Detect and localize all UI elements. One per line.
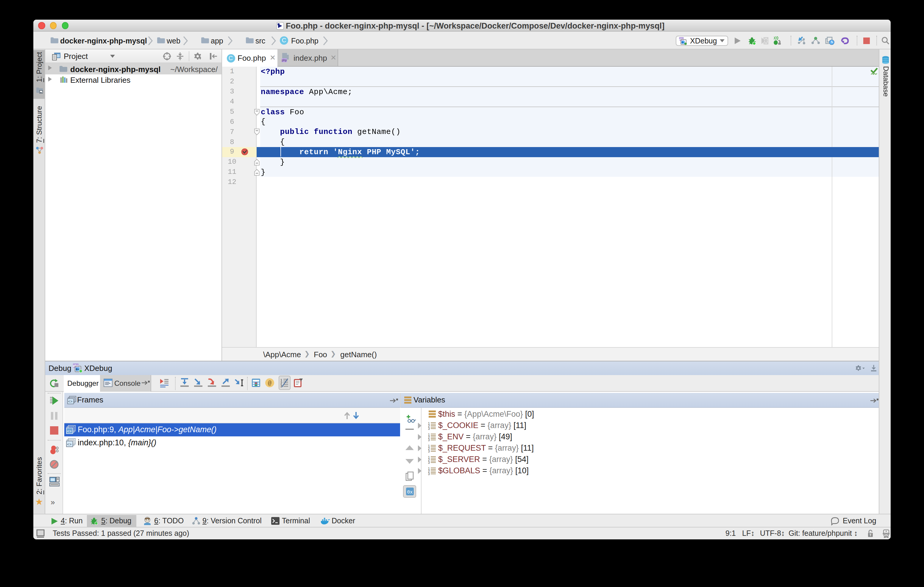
svg-text:php: php xyxy=(282,59,287,62)
svg-text:3: 3 xyxy=(428,450,429,452)
svg-text:3: 3 xyxy=(428,427,429,430)
svg-text:3: 3 xyxy=(428,439,429,441)
svg-text:<>: <> xyxy=(68,399,73,404)
svg-text:3: 3 xyxy=(428,461,429,464)
svg-text:<>: <> xyxy=(67,442,71,447)
svg-text:@: @ xyxy=(268,379,272,386)
svg-text:<>: <> xyxy=(67,429,71,434)
svg-text:T: T xyxy=(869,533,871,537)
svg-text:3: 3 xyxy=(280,384,282,387)
svg-text:php: php xyxy=(679,38,684,41)
svg-text:0x: 0x xyxy=(407,490,412,495)
svg-text:php: php xyxy=(73,364,78,367)
svg-text:3: 3 xyxy=(428,472,429,475)
